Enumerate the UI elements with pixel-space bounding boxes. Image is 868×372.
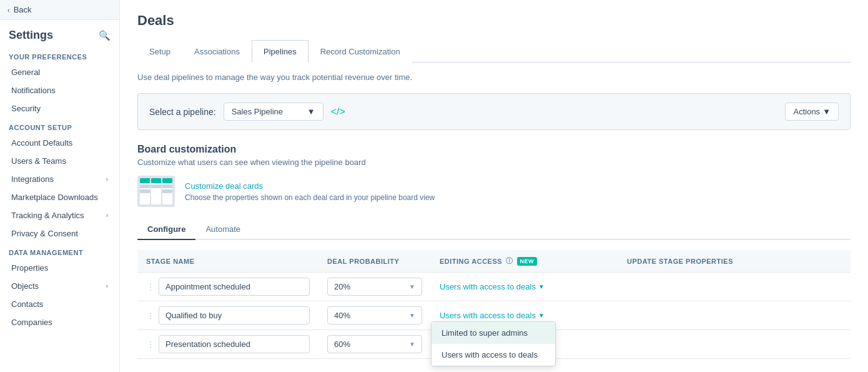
table-row: ⋮ 20% ▼ Users with access to deals: [137, 273, 851, 301]
sidebar-header: Settings 🔍: [0, 20, 119, 47]
access-arrow-icon: ▼: [538, 283, 545, 290]
sub-tab-automate[interactable]: Automate: [195, 219, 250, 240]
customize-deal-cards-subtitle: Choose the properties shown on each deal…: [185, 193, 435, 202]
dropdown-option-limited-super-admins[interactable]: Limited to super admins: [432, 322, 555, 344]
stage-name-input-3[interactable]: [159, 335, 310, 353]
tab-setup[interactable]: Setup: [137, 40, 182, 63]
chevron-down-icon: ›: [106, 212, 108, 219]
access-dropdown-btn-2[interactable]: Users with access to deals ▼: [440, 311, 545, 320]
deal-cards-thumbnail: [137, 176, 175, 207]
section-label-account-setup: Account Setup: [0, 118, 119, 134]
sidebar-item-notifications[interactable]: Notifications: [2, 82, 117, 99]
dropdown-arrow-icon: ▼: [409, 312, 415, 319]
col-header-update-stage: UPDATE STAGE PROPERTIES: [618, 250, 851, 273]
update-cell-1: [618, 273, 851, 301]
probability-dropdown-1[interactable]: 20% ▼: [327, 278, 422, 296]
sidebar-item-security[interactable]: Security: [2, 100, 117, 117]
editing-access-info-icon[interactable]: ⓘ: [506, 256, 513, 266]
dropdown-arrow-icon: ▼: [409, 283, 415, 290]
tab-record-customization[interactable]: Record Customization: [308, 40, 412, 63]
sidebar-item-integrations[interactable]: Integrations ›: [2, 171, 117, 188]
editing-access-dropdown-popup: Limited to super admins Users with acces…: [431, 321, 556, 366]
update-cell-2: [618, 301, 851, 330]
sub-tab-configure[interactable]: Configure: [137, 219, 195, 240]
col-header-stage-name: STAGE NAME: [137, 250, 318, 273]
tab-pipelines[interactable]: Pipelines: [252, 40, 308, 63]
pipeline-label: Select a pipeline:: [149, 107, 216, 117]
page-title: Deals: [137, 13, 851, 29]
section-label-data-management: Data Management: [0, 243, 119, 259]
actions-button[interactable]: Actions ▼: [785, 103, 839, 121]
stage-cell-3: ⋮: [137, 330, 318, 359]
code-icon[interactable]: </>: [331, 106, 345, 118]
sidebar-item-objects[interactable]: Objects ›: [2, 278, 117, 294]
page-description: Use deal pipelines to manage the way you…: [137, 73, 851, 82]
board-customization-title: Board customization: [137, 144, 851, 155]
new-badge: NEW: [517, 257, 538, 266]
col-header-editing-access: EDITING ACCESS ⓘ NEW: [431, 250, 618, 273]
pipeline-select-row: Select a pipeline: Sales Pipeline ▼ </> …: [137, 93, 851, 130]
customize-block: Customize deal cards Choose the properti…: [137, 176, 851, 207]
main-tabs: Setup Associations Pipelines Record Cust…: [137, 40, 851, 63]
actions-arrow-icon: ▼: [822, 107, 831, 116]
stage-cell-2: ⋮: [137, 301, 318, 330]
chevron-down-icon: ›: [106, 283, 108, 289]
board-customization-description: Customize what users can see when viewin…: [137, 158, 851, 167]
access-dropdown-btn-1[interactable]: Users with access to deals ▼: [440, 282, 545, 291]
pipeline-dropdown[interactable]: Sales Pipeline ▼: [224, 103, 323, 121]
sidebar-item-companies[interactable]: Companies: [2, 314, 117, 331]
sidebar-item-marketplace-downloads[interactable]: Marketplace Downloads: [2, 189, 117, 206]
main-content: Deals Setup Associations Pipelines Recor…: [120, 0, 868, 372]
stage-cell-1: ⋮: [137, 273, 318, 301]
update-cell-3: [618, 330, 851, 359]
sidebar-item-users-teams[interactable]: Users & Teams: [2, 153, 117, 169]
drag-handle-icon[interactable]: ⋮: [146, 339, 155, 349]
access-cell-1: Users with access to deals ▼: [431, 273, 618, 301]
prob-cell-3: 60% ▼: [318, 330, 431, 359]
search-icon[interactable]: 🔍: [99, 30, 111, 41]
dropdown-arrow-icon: ▼: [409, 341, 415, 348]
back-button[interactable]: ‹ Back: [0, 0, 119, 20]
sidebar-item-properties[interactable]: Properties: [2, 259, 117, 276]
prob-cell-2: 40% ▼: [318, 301, 431, 330]
access-arrow-icon: ▼: [538, 312, 545, 319]
stage-name-input-1[interactable]: [159, 278, 310, 296]
sidebar-item-tracking-analytics[interactable]: Tracking & Analytics ›: [2, 207, 117, 224]
chevron-down-icon: ›: [106, 176, 108, 183]
probability-dropdown-2[interactable]: 40% ▼: [327, 306, 422, 324]
dropdown-arrow-icon: ▼: [307, 107, 315, 116]
sidebar-item-privacy-consent[interactable]: Privacy & Consent: [2, 225, 117, 242]
drag-handle-icon[interactable]: ⋮: [146, 311, 155, 321]
sidebar-item-account-defaults[interactable]: Account Defaults: [2, 134, 117, 151]
back-label: Back: [14, 5, 32, 14]
pipeline-selected-value: Sales Pipeline: [232, 107, 283, 116]
sidebar-item-general[interactable]: General: [2, 64, 117, 81]
prob-cell-1: 20% ▼: [318, 273, 431, 301]
probability-dropdown-3[interactable]: 60% ▼: [327, 335, 422, 353]
access-cell-2: Users with access to deals ▼ Limited to …: [431, 301, 618, 330]
sub-tabs: Configure Automate: [137, 219, 851, 240]
sidebar-title: Settings: [9, 29, 53, 42]
stage-name-input-2[interactable]: [159, 306, 310, 324]
pipeline-table: STAGE NAME DEAL PROBABILITY EDITING ACCE…: [137, 250, 851, 359]
table-row: ⋮ 40% ▼ Users with access to deals: [137, 301, 851, 330]
col-header-deal-probability: DEAL PROBABILITY: [318, 250, 431, 273]
customize-deal-cards-link[interactable]: Customize deal cards: [185, 181, 435, 191]
drag-handle-icon[interactable]: ⋮: [146, 282, 155, 292]
dropdown-option-users-with-access[interactable]: Users with access to deals: [432, 344, 555, 366]
sidebar-item-contacts[interactable]: Contacts: [2, 296, 117, 313]
section-label-your-preferences: Your Preferences: [0, 47, 119, 63]
sidebar: ‹ Back Settings 🔍 Your Preferences Gener…: [0, 0, 120, 372]
back-arrow-icon: ‹: [7, 6, 10, 14]
tab-associations[interactable]: Associations: [182, 40, 252, 63]
